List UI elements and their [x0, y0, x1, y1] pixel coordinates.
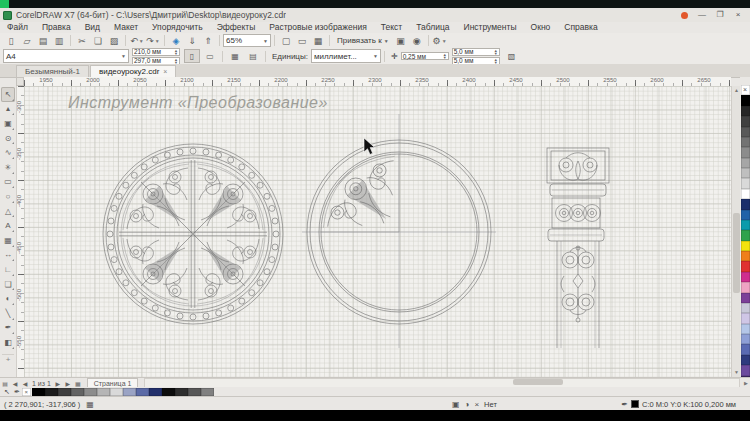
- redo-button[interactable]: ↷▼: [146, 34, 160, 47]
- crop-tool[interactable]: ▣: [1, 116, 15, 131]
- palette-swatch[interactable]: [741, 95, 750, 105]
- document-palette-swatch[interactable]: [84, 388, 97, 396]
- no-color-swatch[interactable]: ×: [22, 388, 31, 396]
- document-palette-swatch[interactable]: [71, 388, 84, 396]
- no-color-swatch[interactable]: ×: [741, 85, 750, 95]
- horizontal-scroll-thumb[interactable]: [513, 379, 563, 385]
- palette-swatch[interactable]: [741, 303, 750, 313]
- minimize-button[interactable]: —: [694, 10, 710, 21]
- print-button[interactable]: ▥: [52, 34, 66, 47]
- spinner-arrows-icon[interactable]: ▲▼: [174, 58, 178, 64]
- vertical-scrollbar[interactable]: ▲ ▼: [731, 86, 740, 377]
- palette-swatch[interactable]: [741, 324, 750, 334]
- palette-swatch[interactable]: [741, 355, 750, 365]
- export-button[interactable]: ⇑: [201, 34, 215, 47]
- nudge-field[interactable]: 0,25 мм ▲▼: [401, 52, 449, 60]
- menu-effects[interactable]: Эффекты: [210, 22, 263, 33]
- menu-text[interactable]: Текст: [374, 22, 409, 33]
- palette-swatch[interactable]: [741, 189, 750, 199]
- show-rulers-button[interactable]: ▭: [295, 34, 309, 47]
- document-palette-swatch[interactable]: [136, 388, 149, 396]
- spinner-arrows-icon[interactable]: ▲▼: [174, 49, 178, 55]
- palette-swatch[interactable]: [741, 210, 750, 220]
- document-palette-swatch[interactable]: [175, 388, 188, 396]
- document-palette-swatch[interactable]: [32, 388, 45, 396]
- import-button[interactable]: ⇓: [185, 34, 199, 47]
- scroll-right-icon[interactable]: ▶: [742, 380, 750, 386]
- palette-swatch[interactable]: [741, 344, 750, 354]
- duplicate-x-field[interactable]: 5,0 мм ▲▼: [452, 48, 500, 56]
- text-tool[interactable]: А: [1, 218, 15, 233]
- current-page-button[interactable]: ▤: [245, 49, 261, 63]
- undo-button[interactable]: ↶▼: [130, 34, 144, 47]
- document-palette-swatch[interactable]: [201, 388, 214, 396]
- document-palette-swatch[interactable]: [149, 388, 162, 396]
- table-tool[interactable]: ▦: [1, 233, 15, 248]
- page-size-combo[interactable]: A4 ▼: [3, 49, 129, 63]
- smart-fill-tool[interactable]: ✳: [1, 160, 15, 175]
- fullscreen-preview-button[interactable]: ▢: [279, 34, 293, 47]
- maximize-button[interactable]: ❐: [712, 10, 728, 21]
- cut-button[interactable]: ✂: [75, 34, 89, 47]
- palette-swatch[interactable]: [741, 261, 750, 271]
- drawing-canvas[interactable]: Инструмент «Преобразование»: [24, 86, 731, 377]
- whats-new-button[interactable]: ◉: [410, 34, 424, 47]
- menu-file[interactable]: Файл: [0, 22, 35, 33]
- document-palette-swatch[interactable]: [97, 388, 110, 396]
- object-details-icon[interactable]: ▣: [452, 400, 460, 409]
- connector-tool[interactable]: ∟: [1, 262, 15, 277]
- menu-edit[interactable]: Правка: [35, 22, 78, 33]
- spinner-arrows-icon[interactable]: ▲▼: [443, 53, 447, 59]
- units-combo[interactable]: миллимет... ▼: [311, 49, 381, 63]
- palette-swatch[interactable]: [741, 293, 750, 303]
- add-page-icon[interactable]: ▤: [0, 380, 10, 387]
- palette-swatch[interactable]: [741, 147, 750, 157]
- palette-swatch[interactable]: [741, 272, 750, 282]
- copy-button[interactable]: ❏: [91, 34, 105, 47]
- close-tab-icon[interactable]: ×: [163, 68, 167, 75]
- vertical-scroll-thumb[interactable]: [733, 213, 740, 293]
- portrait-button[interactable]: ▯: [184, 49, 200, 63]
- palette-swatch[interactable]: [741, 334, 750, 344]
- menu-tools[interactable]: Инструменты: [457, 22, 524, 33]
- freehand-tool[interactable]: ∿: [1, 145, 15, 160]
- menu-help[interactable]: Справка: [557, 22, 604, 33]
- document-palette-swatch[interactable]: [188, 388, 201, 396]
- menu-bitmaps[interactable]: Растровые изображения: [262, 22, 373, 33]
- new-document-button[interactable]: ▯: [4, 34, 18, 47]
- palette-swatch[interactable]: [741, 220, 750, 230]
- open-button[interactable]: ▱: [20, 34, 34, 47]
- palette-swatch[interactable]: [741, 241, 750, 251]
- palette-swatch[interactable]: [741, 137, 750, 147]
- snap-to-dropdown[interactable]: Привязать к▼: [333, 36, 393, 45]
- palette-swatch[interactable]: [741, 106, 750, 116]
- ellipse-tool[interactable]: ○: [1, 189, 15, 204]
- outline-pen-tool[interactable]: ✒: [1, 321, 15, 336]
- palette-swatch[interactable]: [741, 199, 750, 209]
- welcome-screen-button[interactable]: ▣: [394, 34, 408, 47]
- save-button[interactable]: ▤: [36, 34, 50, 47]
- document-info-icon[interactable]: ▦: [86, 400, 94, 409]
- last-page-icon[interactable]: ▶: [63, 380, 73, 387]
- search-content-button[interactable]: ◈: [169, 34, 183, 47]
- spinner-arrows-icon[interactable]: ▲▼: [494, 49, 498, 55]
- zoom-tool[interactable]: ⊙: [1, 131, 15, 146]
- palette-swatch[interactable]: [741, 127, 750, 137]
- landscape-button[interactable]: ▭: [202, 49, 218, 63]
- polygon-tool[interactable]: △: [1, 204, 15, 219]
- ruler-origin-box[interactable]: [16, 77, 24, 86]
- palette-swatch[interactable]: [741, 230, 750, 240]
- color-eyedropper-tool[interactable]: ╲: [1, 306, 15, 321]
- paste-button[interactable]: ▨: [107, 34, 121, 47]
- document-tab-0[interactable]: Безымянный-1: [16, 65, 89, 77]
- all-pages-button[interactable]: ▦: [227, 49, 243, 63]
- add-tools-button[interactable]: +: [2, 354, 14, 364]
- document-palette-swatch[interactable]: [110, 388, 123, 396]
- shape-tool[interactable]: ▴: [1, 102, 15, 117]
- palette-swatch[interactable]: [741, 282, 750, 292]
- document-palette-swatch[interactable]: [123, 388, 136, 396]
- palette-swatch[interactable]: [741, 158, 750, 168]
- page-options-icon[interactable]: ▦: [73, 380, 83, 387]
- zoom-level-combo[interactable]: 65%▼: [223, 34, 271, 47]
- document-tab-1[interactable]: видеоуроку2.cdr×: [90, 65, 176, 77]
